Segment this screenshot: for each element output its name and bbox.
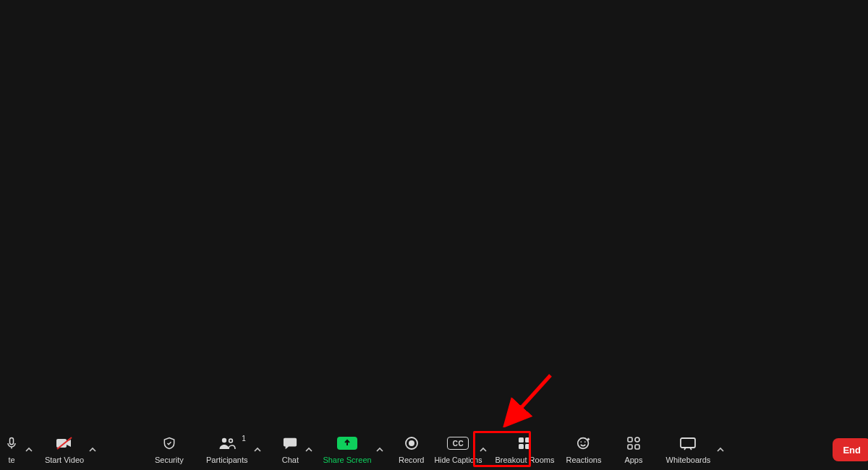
whiteboards-label: Whiteboards	[666, 456, 711, 464]
chat-label: Chat	[282, 456, 299, 464]
svg-rect-1	[56, 439, 67, 448]
whiteboard-icon	[679, 434, 697, 453]
breakout-rooms-button[interactable]: Breakout Rooms	[493, 431, 556, 469]
share-options-chevron[interactable]	[374, 431, 386, 469]
mute-options-chevron[interactable]	[23, 431, 35, 469]
share-screen-button[interactable]: Share Screen	[320, 431, 374, 469]
svg-rect-8	[525, 437, 530, 443]
svg-point-17	[635, 437, 639, 442]
record-label: Record	[399, 456, 424, 464]
mute-label: te	[8, 456, 14, 464]
start-video-label: Start Video	[45, 456, 84, 464]
svg-rect-0	[10, 438, 14, 445]
svg-rect-16	[635, 445, 639, 449]
meeting-toolbar: te Start Video	[0, 430, 868, 470]
svg-rect-10	[525, 444, 530, 449]
svg-rect-15	[628, 445, 632, 449]
svg-rect-18	[681, 438, 695, 448]
annotation-arrow-icon	[500, 369, 558, 427]
mute-button[interactable]: te	[4, 431, 23, 469]
chat-options-chevron[interactable]	[303, 431, 315, 469]
shield-icon	[162, 434, 176, 453]
camera-off-icon	[56, 434, 73, 453]
video-options-chevron[interactable]	[87, 431, 98, 469]
captions-label: Hide Captions	[435, 456, 482, 464]
reactions-button[interactable]: Reactions	[561, 431, 605, 469]
whiteboards-button[interactable]: Whiteboards	[661, 431, 715, 469]
whiteboards-options-chevron[interactable]	[715, 431, 726, 469]
svg-rect-9	[519, 444, 524, 449]
meeting-stage: te Start Video	[0, 0, 868, 470]
breakout-label: Breakout Rooms	[495, 456, 555, 464]
svg-rect-14	[628, 437, 632, 442]
svg-line-19	[510, 375, 550, 420]
security-button[interactable]: Security	[150, 431, 188, 469]
apps-icon	[626, 434, 641, 453]
captions-button[interactable]: CC Hide Captions	[438, 431, 477, 469]
apps-button[interactable]: Apps	[620, 431, 647, 469]
svg-point-12	[580, 441, 582, 443]
chat-icon	[282, 434, 298, 453]
record-button[interactable]: Record	[394, 431, 428, 469]
start-video-button[interactable]: Start Video	[42, 431, 87, 469]
svg-point-4	[229, 439, 232, 443]
end-meeting-button[interactable]: End	[833, 438, 868, 461]
participants-options-chevron[interactable]	[252, 431, 263, 469]
participants-button[interactable]: 1 Participants	[203, 431, 252, 469]
share-screen-label: Share Screen	[323, 456, 371, 464]
reactions-label: Reactions	[566, 456, 601, 464]
smile-plus-icon	[576, 434, 592, 453]
cc-icon: CC	[447, 434, 469, 453]
participants-label: Participants	[206, 456, 247, 464]
record-icon	[404, 434, 419, 453]
share-screen-icon	[337, 434, 357, 453]
apps-label: Apps	[624, 456, 642, 464]
svg-point-11	[578, 438, 589, 449]
participants-count: 1	[242, 435, 246, 443]
svg-point-3	[222, 438, 226, 443]
svg-point-13	[584, 441, 586, 443]
end-label: End	[843, 445, 861, 456]
captions-group: CC Hide Captions	[438, 431, 490, 469]
grid-icon	[517, 434, 532, 453]
svg-point-6	[409, 440, 414, 446]
participants-icon	[218, 434, 237, 453]
security-label: Security	[155, 456, 184, 464]
chat-button[interactable]: Chat	[278, 431, 303, 469]
microphone-icon	[4, 434, 19, 453]
svg-rect-7	[519, 437, 524, 443]
